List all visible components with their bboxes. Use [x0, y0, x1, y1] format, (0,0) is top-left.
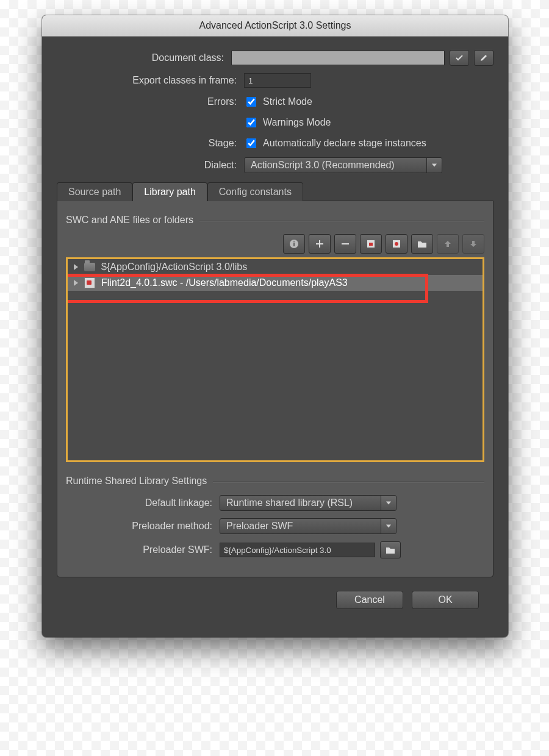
library-list[interactable]: ${AppConfig}/ActionScript 3.0/libs Flint… [66, 257, 484, 462]
cancel-button[interactable]: Cancel [336, 591, 403, 609]
move-up-button[interactable] [437, 234, 459, 254]
chevron-down-icon [432, 164, 437, 167]
errors-label: Errors: [57, 96, 244, 107]
list-item[interactable]: Flint2d_4.0.1.swc - /Users/labmedia/Docu… [68, 275, 483, 291]
dialog-body: Document class: Export classes in frame:… [42, 37, 508, 637]
expand-icon[interactable] [74, 264, 78, 270]
preloader-method-value: Preloader SWF [226, 521, 293, 532]
browse-preloader-button[interactable] [380, 541, 401, 558]
window-title: Advanced ActionScript 3.0 Settings [199, 20, 351, 31]
default-linkage-dropdown[interactable]: Runtime shared library (RSL) [220, 495, 396, 511]
tab-source-path[interactable]: Source path [57, 182, 132, 201]
export-frame-label: Export classes in frame: [57, 75, 244, 86]
warnings-mode-text: Warnings Mode [263, 117, 331, 128]
ok-button[interactable]: OK [412, 591, 479, 609]
preloader-swf-label: Preloader SWF: [66, 544, 220, 555]
info-button[interactable]: i [283, 234, 305, 254]
folder-icon [84, 263, 95, 271]
chevron-down-icon [386, 525, 391, 528]
svg-text:i: i [293, 240, 295, 248]
tab-config-constants[interactable]: Config constants [207, 182, 303, 201]
preloader-method-label: Preloader method: [66, 521, 220, 532]
library-path-panel: SWC and ANE files or folders i [57, 201, 493, 577]
rsl-section: Runtime Shared Library Settings Default … [66, 476, 484, 558]
tabs: Source path Library path Config constant… [57, 182, 493, 201]
dialect-dropdown[interactable]: ActionScript 3.0 (Recommended) [244, 157, 442, 173]
preloader-swf-input[interactable] [220, 543, 375, 557]
list-item[interactable]: ${AppConfig}/ActionScript 3.0/libs [68, 259, 483, 275]
swc-group-header: SWC and ANE files or folders [66, 215, 484, 226]
swc-group-title: SWC and ANE files or folders [66, 215, 199, 225]
tab-library-path[interactable]: Library path [132, 182, 207, 201]
default-linkage-label: Default linkage: [66, 497, 220, 508]
browse-ane-button[interactable] [386, 234, 407, 254]
warnings-mode-checkbox[interactable]: Warnings Mode [244, 116, 331, 129]
preloader-method-dropdown[interactable]: Preloader SWF [220, 518, 396, 534]
expand-icon[interactable] [74, 280, 78, 286]
browse-swc-button[interactable] [360, 234, 382, 254]
dialog-footer: Cancel OK [57, 577, 493, 625]
titlebar: Advanced ActionScript 3.0 Settings [42, 15, 508, 37]
settings-dialog: Advanced ActionScript 3.0 Settings Docum… [42, 15, 508, 637]
list-item-label: ${AppConfig}/ActionScript 3.0/libs [101, 262, 247, 273]
remove-button[interactable] [334, 234, 356, 254]
svg-rect-3 [369, 243, 373, 246]
chevron-down-icon [386, 502, 391, 505]
declare-stage-text: Automatically declare stage instances [263, 138, 426, 149]
document-class-label: Document class: [57, 52, 231, 63]
move-down-button[interactable] [462, 234, 484, 254]
default-linkage-value: Runtime shared library (RSL) [226, 497, 353, 508]
browse-folder-button[interactable] [411, 234, 433, 254]
svg-point-5 [395, 242, 398, 246]
add-button[interactable] [309, 234, 331, 254]
export-frame-input[interactable] [244, 73, 311, 88]
list-item-label: Flint2d_4.0.1.swc - /Users/labmedia/Docu… [101, 277, 348, 288]
declare-stage-checkbox[interactable]: Automatically declare stage instances [244, 137, 426, 150]
strict-mode-checkbox[interactable]: Strict Mode [244, 95, 312, 109]
rsl-section-title: Runtime Shared Library Settings [66, 476, 213, 486]
document-class-input[interactable] [231, 51, 445, 65]
confirm-class-button[interactable] [450, 50, 469, 66]
swc-file-icon [84, 277, 95, 288]
stage-label: Stage: [57, 138, 244, 149]
dialect-value: ActionScript 3.0 (Recommended) [251, 160, 395, 171]
strict-mode-text: Strict Mode [263, 96, 312, 107]
edit-class-button[interactable] [474, 50, 493, 66]
dialect-label: Dialect: [57, 160, 244, 171]
library-toolbar: i [66, 234, 484, 254]
